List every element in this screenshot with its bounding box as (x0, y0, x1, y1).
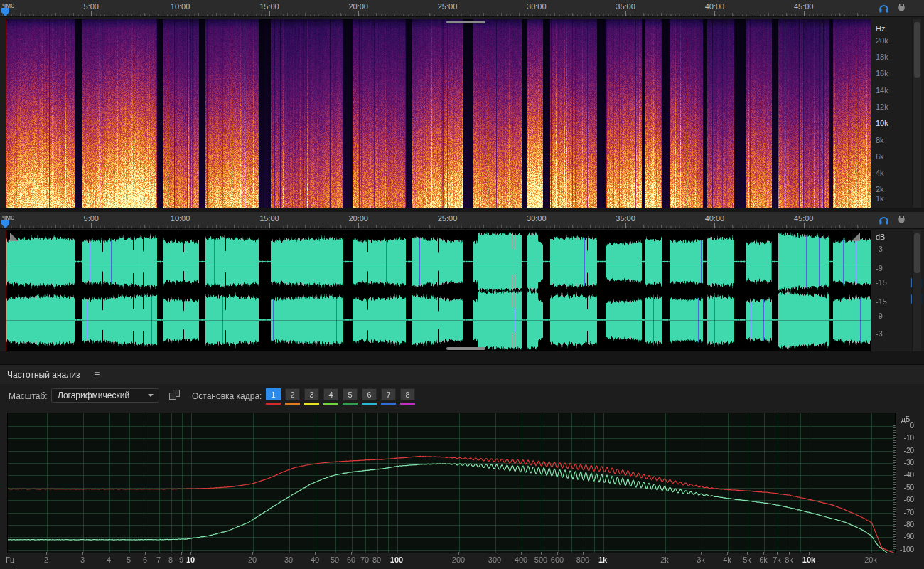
freq-tick-label: 200 (452, 555, 465, 564)
waveform-vscroll[interactable] (912, 230, 921, 351)
timeline-ruler-waveform[interactable]: чмс 5:0010:0015:0020:0025:0030:0035:0040… (0, 212, 924, 229)
ruler-tick (287, 225, 288, 228)
spectrogram-zoom-scrollbar[interactable] (446, 21, 485, 23)
freq-tick-label: 300 (488, 555, 501, 564)
freq-label: 12k (876, 102, 888, 111)
hold-frame-button-6[interactable]: 6 (362, 388, 377, 400)
ruler-tick (91, 11, 92, 16)
copy-graph-icon[interactable] (169, 390, 181, 400)
ruler-tick (751, 225, 751, 228)
ruler-tick (537, 223, 537, 228)
playhead-caret[interactable] (1, 8, 9, 16)
analysis-plot-canvas[interactable] (7, 413, 896, 553)
ruler-tick (20, 13, 21, 16)
hold-frame-button-3[interactable]: 3 (304, 388, 319, 400)
ruler-tick (287, 13, 288, 16)
hold-frame-button-2[interactable]: 2 (285, 388, 300, 400)
freq-tick-label: 100 (390, 555, 403, 564)
freq-tick (871, 552, 871, 555)
ruler-tick (625, 11, 626, 16)
analysis-panel-header: Частотный анализ ≡ (0, 364, 924, 384)
ruler-tick (751, 13, 751, 16)
spectrogram-canvas[interactable] (6, 19, 871, 208)
playhead-line (6, 230, 6, 351)
freq-tick (82, 552, 83, 555)
db-label: -3 (876, 245, 883, 253)
ruler-tick (358, 223, 359, 228)
ruler-tick (590, 13, 591, 16)
ruler-tick (732, 13, 733, 16)
hold-frame-color (343, 403, 358, 405)
spectrogram-vscroll[interactable] (912, 19, 921, 208)
freq-label: 4k (876, 169, 884, 177)
ruler-tick (127, 13, 127, 16)
ruler-tick (608, 225, 608, 228)
ruler-tick (804, 11, 805, 16)
ruler-tick (857, 225, 858, 228)
freq-tick-label: 1k (598, 555, 607, 564)
freq-tick-label: 800 (576, 555, 589, 564)
freq-tick-label: 2k (660, 555, 669, 564)
freq-tick-label: 80 (372, 555, 381, 564)
freq-tick (351, 552, 352, 555)
ruler-tick (466, 13, 466, 16)
fade-out-handle[interactable] (852, 233, 860, 241)
time-label: 30:00 (522, 214, 551, 223)
scale-select[interactable]: Логарифмический (51, 388, 159, 403)
freq-tick-label: 7k (773, 555, 781, 564)
freq-tick (46, 552, 47, 555)
time-label: 5:00 (77, 2, 105, 11)
hold-frame-button-8[interactable]: 8 (400, 388, 415, 400)
freq-tick (335, 552, 335, 555)
freq-tick-label: 6k (759, 555, 768, 564)
hold-frame-button-4[interactable]: 4 (323, 388, 338, 400)
db-tick-label: -50 (896, 484, 914, 491)
timeline-ruler-spectrogram[interactable]: чмс 5:0010:0015:0020:0025:0030:0035:0040… (0, 0, 924, 17)
freq-tick-label: 4k (723, 555, 731, 564)
ruler-tick (358, 11, 359, 16)
ruler-tick (181, 223, 181, 228)
ruler-tick (376, 13, 377, 16)
ruler-tick (55, 225, 56, 228)
ruler-tick (394, 13, 394, 16)
db-tick-label: -80 (896, 521, 914, 528)
ruler-tick (340, 225, 341, 228)
freq-tick-label: 600 (551, 555, 564, 564)
freq-tick (541, 552, 542, 555)
ruler-tick (198, 225, 199, 228)
audition-window: чмс 5:0010:0015:0020:0025:0030:0035:0040… (0, 0, 924, 569)
hold-frame-button-5[interactable]: 5 (343, 388, 358, 400)
playhead-caret[interactable] (1, 220, 9, 228)
patch-panel-icon[interactable] (897, 215, 908, 226)
freq-tick-label: 2 (44, 555, 48, 564)
scale-label: Масштаб: (9, 391, 48, 401)
panel-menu-icon[interactable]: ≡ (94, 368, 100, 380)
ruler-tick (466, 225, 466, 228)
fade-in-handle[interactable] (10, 233, 18, 241)
hold-frame-button-1[interactable]: 1 (266, 388, 281, 400)
headphones-icon[interactable] (879, 215, 890, 226)
ruler-tick (768, 13, 769, 16)
freq-tick-label: 8k (785, 555, 793, 564)
ruler-tick (38, 225, 38, 228)
ruler-tick (786, 13, 787, 16)
hold-frames-label: Остановка кадра: (192, 391, 262, 401)
freq-tick-label: 70 (360, 555, 369, 564)
freq-label: 1k (876, 194, 884, 203)
freq-label: 16k (876, 69, 888, 78)
time-label: 15:00 (255, 2, 284, 11)
headphones-icon[interactable] (879, 3, 890, 14)
ruler-tick (501, 225, 502, 228)
waveform-canvas[interactable] (6, 230, 871, 351)
waveform-zoom-scrollbar[interactable] (446, 347, 485, 350)
ruler-tick (38, 13, 38, 16)
hold-frame-button-7[interactable]: 7 (381, 388, 396, 400)
scroll-thumb[interactable] (914, 22, 920, 78)
scale-select-value: Логарифмический (58, 390, 129, 400)
ruler-tick (625, 223, 626, 228)
ruler-tick (91, 223, 92, 228)
ruler-tick (305, 13, 306, 16)
patch-panel-icon[interactable] (897, 3, 908, 14)
ruler-tick (732, 225, 733, 228)
scroll-thumb[interactable] (914, 233, 920, 273)
